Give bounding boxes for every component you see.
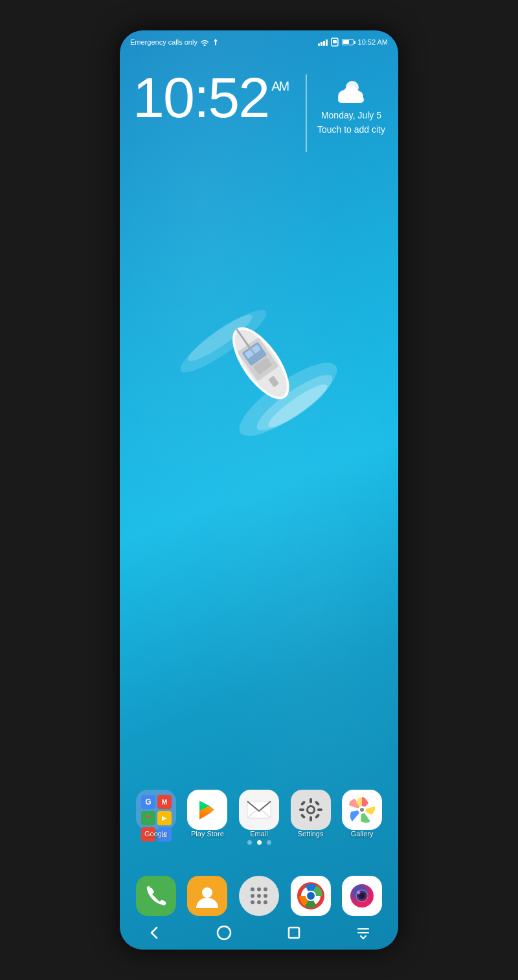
svg-rect-33: [300, 814, 305, 819]
phone-app-icon: [136, 876, 176, 916]
page-dot-2[interactable]: [257, 840, 262, 845]
email-logo: [247, 801, 271, 819]
camera-icon: [349, 883, 375, 909]
svg-point-46: [264, 900, 267, 904]
camera-app-icon: [342, 876, 382, 916]
svg-point-54: [357, 891, 361, 895]
app-gallery[interactable]: Gallery: [339, 790, 385, 838]
dock-chrome[interactable]: [291, 876, 331, 916]
svg-rect-29: [299, 808, 304, 811]
dock-camera[interactable]: [342, 876, 382, 916]
svg-rect-31: [300, 801, 305, 806]
signal-bar-4: [326, 39, 328, 46]
svg-rect-16: [333, 40, 337, 43]
app-google[interactable]: G M 📍 ▶ 🔴 △ Google: [133, 790, 179, 838]
contacts-icon: [195, 884, 220, 908]
settings-label: Settings: [298, 830, 324, 838]
svg-point-14: [203, 45, 205, 47]
recents-icon: [286, 925, 302, 941]
svg-rect-32: [314, 801, 319, 806]
gallery-icon: [342, 790, 382, 830]
clock-hours-minutes: 10:52: [133, 69, 269, 126]
signal-bar-1: [318, 43, 320, 46]
svg-rect-30: [317, 808, 322, 811]
play-store-icon: [187, 790, 227, 830]
nav-back-button[interactable]: [142, 920, 168, 946]
nav-home-button[interactable]: [211, 920, 237, 946]
svg-rect-34: [314, 814, 319, 819]
emergency-text: Emergency calls only: [130, 38, 197, 46]
svg-point-44: [251, 900, 254, 904]
svg-rect-56: [289, 928, 299, 938]
google-folder-icon: G M 📍 ▶ 🔴 △: [136, 790, 176, 830]
app-email[interactable]: Email: [236, 790, 282, 838]
chrome-icon: [297, 882, 325, 910]
home-icon: [216, 925, 232, 941]
weather-icon: [330, 74, 372, 108]
page-dot-3[interactable]: [267, 840, 271, 845]
dock-app-drawer[interactable]: [239, 876, 279, 916]
play-store-logo: [195, 797, 220, 822]
svg-rect-21: [338, 96, 364, 103]
status-left: Emergency calls only: [130, 38, 220, 46]
dock-contacts[interactable]: [187, 876, 227, 916]
maps-icon: 📍: [141, 811, 155, 825]
youtube-icon: ▶: [157, 811, 172, 825]
svg-point-45: [257, 900, 261, 904]
svg-point-37: [202, 887, 212, 898]
phone-device: Emergency calls only: [120, 30, 398, 950]
svg-rect-28: [310, 816, 312, 821]
phone-icon: [145, 885, 167, 907]
svg-point-41: [251, 894, 254, 898]
app-play-store[interactable]: Play Store: [184, 790, 231, 838]
app-row-main: G M 📍 ▶ 🔴 △ Google: [130, 790, 388, 838]
dock-phone[interactable]: [136, 876, 176, 916]
signal-bar-2: [321, 42, 322, 46]
clock-ampm: AM: [271, 80, 288, 93]
clock-divider: [306, 74, 307, 152]
svg-point-42: [257, 894, 261, 898]
clock-time-section: 10:52 AM: [133, 69, 300, 126]
svg-point-26: [308, 807, 313, 812]
drawer-grid-icon: [247, 884, 271, 908]
clock-date-line1: Monday, July 5: [317, 108, 385, 122]
clock-display: 10:52 AM: [133, 69, 300, 126]
email-label: Email: [250, 830, 268, 838]
gmail-icon: M: [157, 795, 172, 809]
dock: [120, 876, 398, 916]
settings-icon: [291, 790, 331, 830]
svg-point-50: [307, 892, 315, 900]
app-settings[interactable]: Settings: [287, 790, 334, 838]
status-right: 10:52 AM: [318, 38, 388, 47]
app-grid: G M 📍 ▶ 🔴 △ Google: [120, 790, 398, 843]
gallery-logo: [346, 794, 378, 826]
clock-widget[interactable]: 10:52 AM Monday, July 5 Tou: [133, 69, 385, 152]
google-label: Google: [144, 830, 167, 838]
svg-point-43: [264, 894, 267, 898]
svg-point-40: [264, 887, 267, 891]
status-bar: Emergency calls only: [120, 30, 398, 54]
svg-point-38: [251, 887, 254, 891]
svg-point-36: [360, 808, 364, 812]
signal-bar-3: [323, 41, 325, 46]
page-dot-1[interactable]: [247, 840, 252, 845]
contacts-app-icon: [187, 876, 227, 916]
play-store-label: Play Store: [191, 830, 224, 838]
page-dots: [120, 840, 398, 845]
battery-indicator: [342, 39, 355, 45]
svg-rect-27: [310, 798, 312, 803]
dropdown-icon: [355, 925, 371, 941]
nav-bar: [120, 916, 398, 950]
gallery-label: Gallery: [351, 830, 374, 838]
nav-recents-button[interactable]: [281, 920, 307, 946]
svg-point-55: [218, 926, 231, 939]
clock-date-line2: Touch to add city: [317, 122, 385, 137]
clock-status: 10:52 AM: [358, 38, 388, 46]
sim-icon: [330, 38, 339, 47]
wifi-icon: [200, 38, 209, 46]
clock-right-section: Monday, July 5 Touch to add city: [317, 69, 385, 137]
phone-screen: Emergency calls only: [120, 30, 398, 950]
nav-drawer-button[interactable]: [350, 920, 376, 946]
back-icon: [147, 925, 163, 941]
email-icon: [239, 790, 279, 830]
